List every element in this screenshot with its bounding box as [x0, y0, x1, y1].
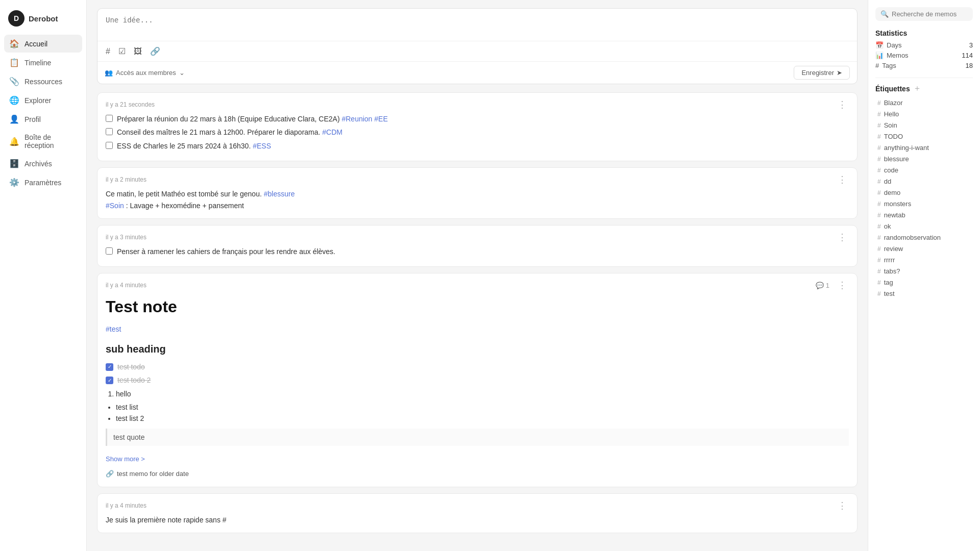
sidebar-item-explorer[interactable]: 🌐Explorer: [4, 91, 82, 109]
chevron-icon: ⌄: [179, 69, 185, 77]
nav-label-timeline: Timeline: [24, 59, 51, 67]
add-tag-btn[interactable]: ＋: [913, 83, 921, 94]
sidebar-item-accueil[interactable]: 🏠Accueil: [4, 35, 82, 53]
note-tag[interactable]: #test: [106, 323, 849, 335]
numbered-list: hello: [116, 388, 849, 399]
note-subheading: sub heading: [106, 341, 849, 357]
tag-item[interactable]: #rrrrr: [875, 255, 973, 265]
right-sidebar: 🔍 Statistics 📅 Days 3 📊 Memos 114 # Tags…: [868, 0, 980, 551]
tag-item[interactable]: #tag: [875, 278, 973, 287]
tag-label: rrrrr: [884, 256, 895, 264]
link-item: 🔗 test memo for older date: [106, 469, 849, 480]
todo-checkbox[interactable]: [106, 142, 113, 149]
tag-label: Blazor: [884, 99, 903, 107]
tag-item[interactable]: #monsters: [875, 199, 973, 209]
hashtag-tool-btn[interactable]: #: [104, 45, 112, 58]
nav-icon-parametres: ⚙️: [9, 178, 19, 187]
todo-checkbox[interactable]: [106, 247, 113, 255]
avatar: D: [8, 10, 24, 27]
tag-hash-icon: #: [877, 290, 881, 297]
tags-value: 18: [966, 62, 973, 69]
tag-item[interactable]: #anything-i-want: [875, 143, 973, 153]
tag-item[interactable]: #Soin: [875, 120, 973, 130]
sidebar-item-profil[interactable]: 👤Profil: [4, 110, 82, 128]
memo-card: il y a 3 minutes ⋮ Penser à ramener les …: [97, 225, 857, 267]
todo-checkbox[interactable]: [106, 128, 113, 135]
tag-item[interactable]: #newtab: [875, 210, 973, 220]
tag-label: review: [884, 245, 903, 253]
memo-menu-btn[interactable]: ⋮: [836, 175, 849, 184]
tag-hash-icon: #: [877, 223, 881, 230]
tag-item[interactable]: #review: [875, 244, 973, 254]
nav-label-accueil: Accueil: [24, 40, 47, 48]
tag-item[interactable]: #tabs?: [875, 266, 973, 276]
memo-header: il y a 4 minutes 💬 1 ⋮: [106, 281, 849, 290]
nav-icon-ressources: 📎: [9, 77, 19, 86]
tag-hash-icon: #: [877, 189, 881, 196]
tag-item[interactable]: #randomobservation: [875, 233, 973, 242]
memo-menu-btn[interactable]: ⋮: [836, 281, 849, 290]
memo-actions: 💬 1 ⋮: [816, 281, 849, 290]
tag-hash-icon: #: [877, 279, 881, 286]
nav-label-explorer: Explorer: [24, 96, 51, 105]
days-value: 3: [969, 41, 973, 49]
memo-menu-btn[interactable]: ⋮: [836, 100, 849, 109]
tag-label: anything-i-want: [884, 144, 929, 152]
sidebar-item-timeline[interactable]: 📋Timeline: [4, 54, 82, 71]
sidebar-item-ressources[interactable]: 📎Ressources: [4, 72, 82, 90]
tag-hash-icon: #: [877, 212, 881, 219]
nav-label-profil: Profil: [24, 115, 41, 123]
tag-item[interactable]: #TODO: [875, 132, 973, 141]
tag-hash-icon: #: [877, 122, 881, 129]
sidebar-item-parametres[interactable]: ⚙️Paramètres: [4, 173, 82, 191]
tag-hash-icon: #: [877, 167, 881, 174]
search-input[interactable]: [892, 10, 968, 18]
memos-value: 114: [962, 52, 973, 59]
comment-icon: 💬: [816, 282, 824, 289]
memo-time: il y a 3 minutes: [106, 234, 146, 241]
memo-menu-btn[interactable]: ⋮: [836, 501, 849, 510]
save-button[interactable]: Enregistrer ➤: [794, 66, 850, 80]
tag-hash-icon: #: [877, 245, 881, 253]
tag-hash-icon: #: [877, 133, 881, 140]
tag-item[interactable]: #demo: [875, 188, 973, 197]
link-tool-btn[interactable]: 🔗: [148, 44, 162, 58]
todo-item: Penser à ramener les cahiers de français…: [106, 246, 849, 257]
tag-label: code: [884, 166, 898, 174]
sidebar-item-archives[interactable]: 🗄️Archivés: [4, 155, 82, 172]
show-more-link[interactable]: Show more >: [106, 454, 145, 465]
memo-content: Préparer la réunion du 22 mars à 18h (Eq…: [106, 113, 849, 152]
link-icon: 🔗: [106, 469, 114, 480]
memo-card: il y a 4 minutes ⋮ Je suis la première n…: [97, 493, 857, 533]
search-box[interactable]: 🔍: [875, 7, 973, 21]
tag-item[interactable]: #blessure: [875, 154, 973, 164]
compose-input[interactable]: [97, 9, 857, 39]
tags-header: Étiquettes ＋: [875, 83, 973, 94]
tag-label: randomobservation: [884, 234, 941, 241]
tag-item[interactable]: #dd: [875, 177, 973, 186]
todo-checkbox[interactable]: [106, 115, 113, 122]
checkbox-tool-btn[interactable]: ☑: [116, 44, 128, 58]
tags-title: Étiquettes: [875, 85, 910, 93]
tag-item[interactable]: #ok: [875, 221, 973, 231]
tag-label: TODO: [884, 133, 903, 140]
image-tool-btn[interactable]: 🖼: [132, 45, 144, 58]
tag-label: test: [884, 290, 895, 297]
tag-item[interactable]: #Hello: [875, 109, 973, 119]
memo-content: Penser à ramener les cahiers de français…: [106, 246, 849, 257]
tag-item[interactable]: #Blazor: [875, 98, 973, 108]
tag-item[interactable]: #code: [875, 165, 973, 175]
todo-item: Conseil des maîtres le 21 mars à 12h00. …: [106, 127, 849, 138]
people-icon: 👥: [105, 69, 113, 77]
compose-toolbar: # ☑ 🖼 🔗: [97, 41, 857, 61]
memo-menu-btn[interactable]: ⋮: [836, 233, 849, 242]
tag-hash-icon: #: [877, 268, 881, 275]
memo-card: il y a 2 minutes ⋮ Ce matin, le petit Ma…: [97, 167, 857, 219]
comment-btn[interactable]: 💬 1: [816, 282, 829, 289]
sidebar-item-boite[interactable]: 🔔Boîte de réception: [4, 129, 82, 154]
compose-access-btn[interactable]: 👥 Accès aux membres ⌄: [105, 69, 185, 77]
memo-header: il y a 2 minutes ⋮: [106, 175, 849, 184]
tag-item[interactable]: #test: [875, 289, 973, 298]
checkbox-checked-icon: ✓: [106, 363, 113, 371]
nav-icon-profil: 👤: [9, 114, 19, 124]
